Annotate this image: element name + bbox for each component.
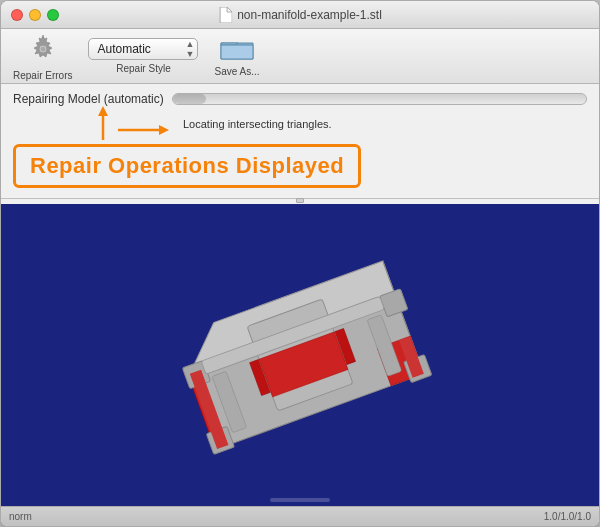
- window-title: non-manifold-example-1.stl: [218, 7, 382, 23]
- gear-icon: [25, 31, 61, 67]
- repair-style-label: Repair Style: [116, 63, 170, 74]
- repair-errors-tool[interactable]: Repair Errors: [13, 31, 72, 81]
- save-as-label: Save As...: [214, 66, 259, 77]
- close-button[interactable]: [11, 9, 23, 21]
- 3d-model: [150, 245, 450, 465]
- repair-style-select[interactable]: Automatic Manual: [88, 38, 198, 60]
- status-annotation-row: Locating intersecting triangles.: [13, 110, 587, 138]
- model-svg: [150, 245, 450, 465]
- svg-marker-4: [98, 106, 108, 116]
- repair-style-container: Automatic Manual ▲ ▼ Repair Style: [88, 38, 198, 74]
- status-bar-right: 1.0/1.0/1.0: [544, 511, 591, 522]
- save-as-tool[interactable]: Save As...: [214, 35, 259, 77]
- viewport-scrollbar: [270, 498, 330, 502]
- 3d-viewport[interactable]: [1, 204, 599, 506]
- svg-point-2: [40, 47, 45, 52]
- status-bar: norm 1.0/1.0/1.0: [1, 506, 599, 526]
- title-bar: non-manifold-example-1.stl: [1, 1, 599, 29]
- progress-row: Repairing Model (automatic): [13, 92, 587, 106]
- main-window: non-manifold-example-1.stl Repair Errors…: [0, 0, 600, 527]
- status-text: Locating intersecting triangles.: [183, 118, 332, 130]
- folder-icon: [219, 35, 255, 63]
- resize-nub: [296, 198, 304, 203]
- traffic-lights: [11, 9, 59, 21]
- repair-errors-label: Repair Errors: [13, 70, 72, 81]
- repair-ops-box: Repair Operations Displayed: [13, 144, 361, 188]
- repair-style-select-wrapper[interactable]: Automatic Manual ▲ ▼: [88, 38, 198, 60]
- progress-label: Repairing Model (automatic): [13, 92, 164, 106]
- minimize-button[interactable]: [29, 9, 41, 21]
- progress-section: Repairing Model (automatic) Locating int…: [1, 84, 599, 204]
- status-bar-left: norm: [9, 511, 32, 522]
- svg-marker-6: [159, 125, 169, 135]
- filename-label: non-manifold-example-1.stl: [237, 8, 382, 22]
- file-icon: [218, 7, 232, 23]
- maximize-button[interactable]: [47, 9, 59, 21]
- progress-bar-fill: [173, 94, 206, 104]
- repair-ops-title: Repair Operations Displayed: [30, 153, 344, 178]
- toolbar: Repair Errors Automatic Manual ▲ ▼ Repai…: [1, 29, 599, 84]
- progress-bar: [172, 93, 587, 105]
- repair-ops-section: Repair Operations Displayed: [13, 140, 587, 198]
